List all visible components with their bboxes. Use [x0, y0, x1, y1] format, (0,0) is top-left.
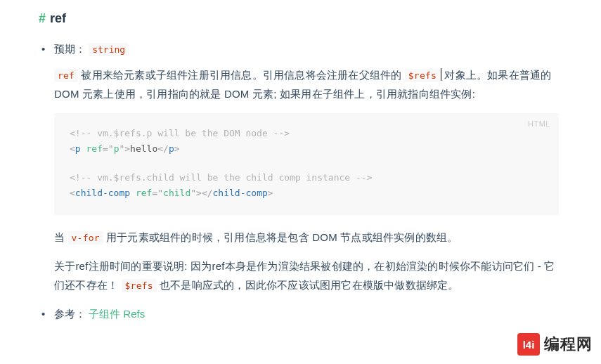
- watermark: l4i 编程网: [517, 330, 593, 358]
- code-refs-2: $refs: [122, 279, 157, 292]
- watermark-badge: l4i: [517, 333, 540, 356]
- description-paragraph-3: 关于ref注册时间的重要说明: 因为ref本身是作为渲染结果被创建的，在初始渲染…: [54, 256, 559, 294]
- description-paragraph-2: 当 v-for 用于元素或组件的时候，引用信息将是包含 DOM 节点或组件实例的…: [54, 228, 559, 247]
- code-line-2: <p ref="p">hello</p>: [70, 141, 543, 157]
- list-item-reference: 参考： 子组件 Refs: [54, 304, 559, 323]
- watermark-text: 编程网: [544, 330, 593, 358]
- doc-page: #ref 预期： string ref 被用来给元素或子组件注册引用信息。引用信…: [0, 0, 601, 337]
- code-comment-2: <!-- vm.$refs.child will be the child co…: [70, 172, 372, 183]
- reference-label: 参考：: [54, 308, 86, 320]
- code-lang-label: HTML: [528, 117, 550, 131]
- code-vfor: v-for: [68, 231, 103, 245]
- reference-link[interactable]: 子组件 Refs: [89, 308, 145, 320]
- desc2-text: 用于元素或组件的时候，引用信息将是包含 DOM 节点或组件实例的数组。: [103, 231, 458, 243]
- description-paragraph-1: ref 被用来给元素或子组件注册引用信息。引用信息将会注册在父组件的 $refs…: [54, 65, 559, 103]
- code-block: HTML <!-- vm.$refs.p will be the DOM nod…: [54, 113, 559, 214]
- expected-type-code: string: [89, 43, 129, 56]
- desc2-pre: 当: [54, 231, 68, 243]
- code-blank-line: [70, 157, 543, 170]
- code-refs-1: $refs: [405, 69, 440, 82]
- expected-label: 预期：: [54, 43, 86, 55]
- code-comment-1: <!-- vm.$refs.p will be the DOM node -->: [70, 128, 290, 138]
- code-line-1: <!-- vm.$refs.p will be the DOM node -->: [70, 126, 543, 141]
- code-ref: ref: [54, 69, 78, 82]
- content-list: 预期： string ref 被用来给元素或子组件注册引用信息。引用信息将会注册…: [39, 39, 559, 323]
- section-heading: #ref: [39, 7, 559, 30]
- code-line-5: <child-comp ref="child"></child-comp>: [70, 186, 543, 201]
- desc1-text1: 被用来给元素或子组件注册引用信息。引用信息将会注册在父组件的: [78, 69, 405, 81]
- code-line-4: <!-- vm.$refs.child will be the child co…: [70, 170, 543, 186]
- desc3-text2: 也不是响应式的，因此你不应该试图用它在模版中做数据绑定。: [157, 279, 459, 291]
- list-item-expected: 预期： string ref 被用来给元素或子组件注册引用信息。引用信息将会注册…: [54, 39, 559, 294]
- heading-title: ref: [50, 11, 66, 25]
- heading-hash: #: [39, 11, 46, 25]
